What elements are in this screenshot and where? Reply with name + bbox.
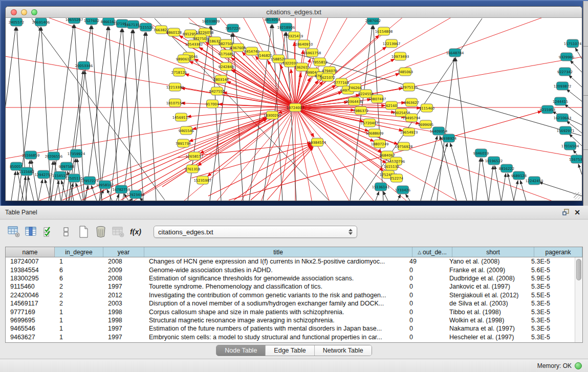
memory-ok-indicator[interactable] [575, 362, 582, 369]
table-cell[interactable]: 19384554 [6, 267, 55, 274]
graph-node[interactable]: 917004 [206, 100, 219, 108]
table-row[interactable]: 946554611997Estimation of the future num… [6, 324, 575, 333]
graph-node[interactable]: 9329966 [559, 53, 574, 61]
delete-column-button[interactable] [94, 225, 107, 238]
table-cell[interactable]: 0 [405, 275, 445, 282]
table-cell[interactable]: 5.6E-5 [527, 267, 575, 274]
table-cell[interactable]: de Silva et al. (2003) [445, 300, 527, 307]
graph-node[interactable]: 18107554 [166, 99, 184, 107]
table-cell[interactable]: Embryonic stem cells: a model to study s… [144, 334, 405, 341]
graph-node[interactable]: 8813054 [265, 18, 280, 24]
table-cell[interactable]: 2009 [103, 267, 144, 274]
graph-node[interactable]: 9777169 [334, 78, 349, 86]
table-cell[interactable]: 0 [405, 317, 445, 324]
graph-node[interactable]: 9097588 [59, 162, 74, 170]
graph-node[interactable]: 12093872 [554, 82, 572, 90]
graph-node[interactable]: 9465546 [179, 126, 194, 135]
column-header-pagerank[interactable]: pagerank [534, 247, 582, 257]
table-cell[interactable]: 5.3E-5 [527, 283, 575, 290]
graph-node[interactable]: 16961758 [303, 49, 321, 57]
table-cell[interactable]: 0 [405, 334, 445, 341]
table-cell[interactable]: Genome-wide association studies in ADHD. [144, 267, 405, 274]
table-cell[interactable]: 5.3E-5 [527, 300, 575, 307]
graph-node[interactable]: 13325419 [286, 32, 303, 40]
table-cell[interactable]: Yano et al. (2008) [445, 258, 527, 265]
graph-node[interactable]: 19958167 [96, 181, 114, 189]
column-header-name[interactable]: name [6, 247, 55, 257]
table-cell[interactable]: 1997 [103, 283, 144, 290]
table-cell[interactable]: 9465546 [6, 325, 55, 332]
table-cell[interactable]: 0 [405, 283, 445, 290]
graph-node[interactable]: 7986372 [353, 106, 368, 115]
graph-node[interactable]: 20053346 [75, 61, 93, 70]
table-cell[interactable]: 0 [405, 292, 445, 299]
column-header-short[interactable]: short [452, 247, 534, 257]
graph-node[interactable]: 62160 [386, 101, 398, 110]
network-window-titlebar[interactable]: citations_edges.txt [6, 7, 582, 18]
graph-node[interactable]: 20364436 [345, 97, 363, 105]
table-cell[interactable]: 5.3E-5 [527, 309, 575, 316]
graph-node[interactable]: 746266 [349, 83, 362, 92]
table-cell[interactable]: 5.3E-5 [527, 317, 575, 324]
table-cell[interactable]: Investigating the contribution of common… [144, 292, 405, 299]
graph-node[interactable]: 15720407 [361, 119, 379, 127]
table-row[interactable]: 977716911998Corpus callosum shape and si… [6, 308, 575, 316]
graph-node[interactable]: 252274 [390, 174, 403, 182]
table-row[interactable]: 1938455462009Genome-wide association stu… [6, 266, 575, 274]
graph-node[interactable]: 10688609 [366, 129, 384, 137]
graph-node[interactable]: 7955812 [312, 58, 328, 66]
close-panel-icon[interactable]: ✕ [572, 208, 583, 217]
table-row[interactable]: 946362711997Embryonic stem cells: a mode… [6, 333, 575, 341]
graph-node[interactable]: 9115460 [419, 104, 434, 112]
column-header-title[interactable]: title [144, 247, 412, 257]
table-cell[interactable]: 49 [405, 258, 445, 265]
table-cell[interactable]: 2012 [103, 292, 144, 299]
table-cell[interactable]: 2008 [103, 275, 144, 282]
new-column-button[interactable] [77, 225, 90, 238]
graph-node[interactable]: 15231987 [194, 176, 212, 184]
table-cell[interactable]: Disruption of a novel member of a sodium… [144, 300, 405, 307]
table-cell[interactable]: Estimation of significance thresholds fo… [144, 275, 405, 282]
table-cell[interactable]: 2 [55, 300, 103, 307]
graph-node[interactable]: 2803144 [213, 75, 229, 83]
graph-node[interactable]: 16033809 [202, 18, 220, 25]
graph-node[interactable]: 16210643 [554, 114, 572, 122]
table-cell[interactable]: 0 [405, 300, 445, 307]
graph-node[interactable]: 14569117 [172, 113, 190, 121]
graph-node[interactable]: 20691406 [32, 18, 50, 26]
table-row[interactable]: 1456911722003Disruption of a novel membe… [6, 299, 575, 308]
function-builder-button[interactable]: f(x) [129, 225, 142, 238]
table-cell[interactable]: Corpus callosum shape and size in male p… [144, 309, 405, 316]
graph-node[interactable]: 8215953 [540, 105, 555, 114]
table-row[interactable]: 2242004622012Investigating the contribut… [6, 291, 575, 299]
graph-node[interactable]: 9227342 [557, 68, 573, 76]
table-cell[interactable]: Tibbo et al. (1998) [445, 309, 527, 316]
table-cell[interactable]: Estimation of the future numbers of pati… [144, 325, 405, 332]
column-header-in_degree[interactable]: in_degree [55, 247, 103, 257]
graph-node[interactable]: 12242450 [526, 177, 543, 185]
table-cell[interactable]: 6 [55, 275, 103, 282]
table-cell[interactable]: 1 [55, 317, 103, 324]
table-cell[interactable]: 9777169 [6, 309, 55, 316]
graph-node[interactable]: 2087662 [365, 18, 381, 25]
table-cell[interactable]: 5.3E-5 [527, 258, 575, 265]
graph-node[interactable]: 17359924 [68, 149, 85, 158]
table-cell[interactable]: Hescheler et al. (1997) [445, 334, 527, 341]
graph-node[interactable]: 9890612 [176, 55, 191, 63]
table-cell[interactable]: 14569117 [6, 300, 55, 307]
graph-node[interactable]: 9699695 [418, 120, 433, 128]
network-canvas[interactable]: 2405572206914061065528715276028466160107… [6, 18, 582, 201]
graph-node[interactable]: 1167534 [569, 155, 582, 163]
graph-node[interactable]: 19218906 [277, 23, 295, 31]
table-cell[interactable]: 18300295 [6, 275, 55, 282]
tab-edge-table[interactable]: Edge Table [265, 345, 314, 356]
graph-node[interactable]: 10655287 [66, 18, 83, 24]
table-cell[interactable]: Wolkin et al. (1998) [445, 317, 527, 324]
graph-node[interactable]: 9346019 [473, 149, 489, 157]
table-cell[interactable]: 1 [55, 309, 103, 316]
graph-node[interactable]: 16154808 [375, 27, 393, 35]
table-cell[interactable]: 1998 [103, 309, 144, 316]
graph-node[interactable]: 15692971 [557, 126, 575, 135]
graph-node[interactable]: 1615132 [384, 162, 399, 170]
graph-node[interactable]: 9761318 [185, 165, 200, 173]
